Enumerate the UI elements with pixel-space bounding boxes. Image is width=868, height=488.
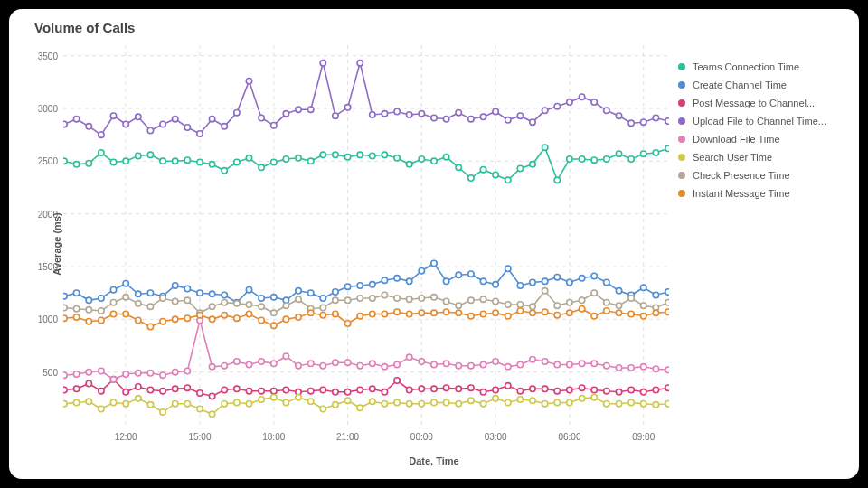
data-point	[641, 389, 646, 395]
data-point	[259, 115, 264, 120]
data-point	[320, 313, 326, 318]
data-point	[86, 307, 91, 313]
data-point	[246, 389, 251, 394]
series-line	[64, 63, 668, 135]
y-tick-label: 1000	[38, 314, 58, 324]
data-point	[73, 314, 79, 320]
data-point	[110, 300, 116, 305]
data-point	[173, 316, 178, 322]
data-point	[259, 304, 264, 309]
data-point	[382, 389, 387, 395]
x-tick-label: 09:00	[632, 432, 655, 442]
data-point	[407, 387, 412, 392]
data-point	[160, 296, 165, 301]
legend-item[interactable]: Teams Connection Time	[675, 58, 846, 76]
data-point	[123, 401, 128, 407]
data-point	[283, 156, 288, 162]
data-point	[591, 273, 597, 278]
data-point	[653, 150, 658, 155]
data-point	[86, 297, 91, 303]
data-point	[604, 300, 609, 305]
data-point	[554, 361, 560, 367]
data-point	[530, 304, 535, 309]
x-tick-label: 18:00	[262, 432, 285, 442]
data-point	[86, 161, 91, 166]
data-point	[246, 79, 251, 84]
data-point	[308, 389, 314, 394]
data-point	[382, 111, 387, 117]
data-point	[517, 302, 523, 307]
legend-color-dot	[678, 117, 685, 125]
data-point	[542, 145, 548, 150]
data-point	[123, 371, 128, 377]
data-point	[394, 309, 400, 314]
x-axis-label: Date, Time	[409, 455, 458, 466]
data-point	[209, 411, 214, 417]
data-point	[63, 372, 67, 378]
series-line	[64, 147, 668, 180]
data-point	[456, 303, 461, 308]
data-point	[542, 309, 548, 314]
x-tick-label: 06:00	[558, 432, 580, 442]
data-point	[604, 308, 609, 314]
data-point	[641, 314, 646, 319]
data-point	[665, 300, 669, 305]
data-point	[160, 121, 165, 127]
data-point	[431, 310, 437, 315]
data-point	[542, 401, 548, 407]
data-point	[443, 155, 448, 160]
series-line	[64, 321, 668, 380]
legend-item[interactable]: Download File Time	[675, 130, 846, 148]
data-point	[123, 389, 128, 395]
data-point	[246, 361, 251, 367]
data-point	[480, 296, 486, 302]
legend-color-dot	[678, 136, 685, 143]
data-point	[357, 152, 363, 157]
data-point	[320, 387, 326, 392]
data-point	[665, 367, 669, 372]
data-point	[136, 396, 141, 401]
data-point	[517, 389, 523, 394]
data-point	[653, 292, 658, 297]
legend-item[interactable]: Create Channel Time	[675, 76, 846, 94]
data-point	[407, 278, 412, 284]
legend-item[interactable]: Check Presence Time	[675, 166, 846, 184]
data-point	[456, 401, 461, 407]
data-point	[505, 117, 511, 123]
data-point	[271, 395, 277, 400]
data-point	[333, 289, 338, 295]
data-point	[665, 289, 669, 295]
legend-item[interactable]: Search User Time	[675, 148, 846, 166]
data-point	[99, 368, 104, 373]
data-point	[542, 359, 548, 364]
data-point	[308, 290, 314, 296]
data-point	[63, 387, 67, 392]
data-point	[209, 364, 214, 370]
data-point	[480, 389, 486, 395]
data-point	[468, 314, 474, 319]
legend-item[interactable]: Instant Message Time	[675, 184, 846, 202]
data-point	[419, 359, 424, 364]
data-point	[99, 406, 104, 411]
data-point	[86, 370, 91, 375]
data-point	[505, 302, 511, 307]
data-point	[480, 311, 486, 316]
data-point	[209, 291, 214, 296]
data-point	[382, 401, 387, 407]
data-point	[184, 297, 190, 303]
data-point	[259, 164, 264, 170]
chart-card: Volume of Calls 500100015002000250030003…	[9, 9, 859, 479]
legend-item[interactable]: Upload File to Channel Time...	[675, 112, 846, 130]
legend-color-dot	[678, 99, 685, 107]
data-point	[209, 117, 214, 122]
data-point	[344, 398, 350, 403]
data-point	[333, 402, 338, 408]
data-point	[579, 396, 584, 401]
data-point	[517, 397, 523, 402]
data-point	[173, 283, 178, 288]
legend-color-dot	[678, 154, 685, 161]
data-point	[136, 384, 141, 389]
data-point	[271, 389, 277, 394]
data-point	[136, 371, 141, 376]
legend-item[interactable]: Post Message to Channel...	[675, 94, 846, 112]
